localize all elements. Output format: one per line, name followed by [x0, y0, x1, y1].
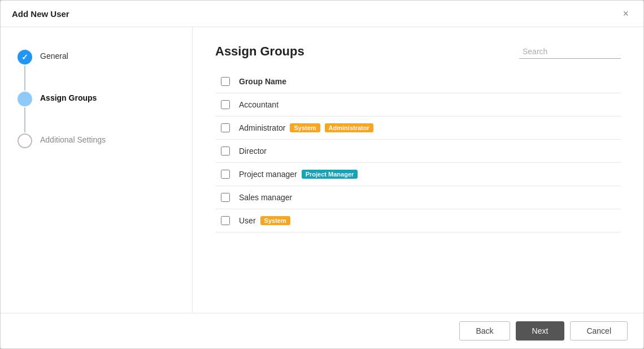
step-general-left: ✓ [18, 50, 32, 92]
step-additional-label: Additional Settings [40, 133, 106, 144]
sidebar: ✓ General Assign Groups [1, 27, 193, 313]
group-name-user: User [239, 216, 256, 225]
group-name-administrator: Administrator [239, 123, 285, 132]
checkbox-user[interactable] [221, 216, 230, 225]
row-label-director: Director [239, 147, 615, 156]
group-name-project-manager: Project manager [239, 170, 297, 179]
group-name-director: Director [239, 147, 267, 156]
step-assign-label: Assign Groups [40, 92, 97, 102]
step-connector-2 [24, 107, 25, 132]
group-name-header: Group Name [239, 77, 286, 86]
cancel-button[interactable]: Cancel [570, 321, 628, 341]
close-button[interactable]: × [619, 7, 632, 20]
badge-system-user: System [260, 216, 290, 225]
badge-administrator: Administrator [325, 123, 373, 132]
step-assign-circle [18, 92, 32, 106]
main-content: Assign Groups Group Name Accountant [193, 27, 643, 313]
checkmark-icon: ✓ [21, 53, 28, 62]
groups-table: Group Name Accountant Administrator Syst… [215, 70, 621, 301]
checkbox-project-manager[interactable] [221, 170, 230, 179]
step-assign-groups: Assign Groups [18, 92, 175, 133]
back-button[interactable]: Back [459, 321, 510, 341]
dialog-body: ✓ General Assign Groups [1, 27, 643, 313]
section-title: Assign Groups [215, 44, 304, 59]
table-header-row: Group Name [215, 70, 621, 93]
dialog-footer: Back Next Cancel [1, 313, 643, 348]
table-row: Director [215, 140, 621, 163]
step-additional-settings: Additional Settings [18, 133, 175, 148]
step-general: ✓ General [18, 50, 175, 92]
checkbox-sales-manager[interactable] [221, 193, 230, 202]
row-label-project-manager: Project manager Project Manager [239, 170, 615, 179]
table-row: Sales manager [215, 186, 621, 209]
row-label-sales-manager: Sales manager [239, 193, 615, 202]
step-additional-circle [18, 133, 32, 148]
step-assign-left [18, 92, 32, 133]
checkbox-accountant[interactable] [221, 100, 230, 109]
dialog-title: Add New User [12, 9, 69, 19]
step-general-circle: ✓ [18, 50, 32, 64]
group-name-sales-manager: Sales manager [239, 193, 292, 202]
checkbox-director[interactable] [221, 147, 230, 156]
table-row: Accountant [215, 93, 621, 117]
row-label-administrator: Administrator System Administrator [239, 123, 615, 132]
row-label-accountant: Accountant [239, 100, 615, 109]
table-row: User System [215, 209, 621, 232]
group-name-accountant: Accountant [239, 100, 279, 109]
row-label-user: User System [239, 216, 615, 225]
dialog-header: Add New User × [1, 1, 643, 27]
add-new-user-dialog: Add New User × ✓ General [0, 0, 644, 349]
search-input[interactable] [519, 45, 621, 59]
badge-system-administrator: System [290, 123, 320, 132]
step-connector-1 [24, 66, 25, 91]
table-row: Project manager Project Manager [215, 163, 621, 186]
content-header: Assign Groups [215, 44, 621, 59]
checkbox-administrator[interactable] [221, 123, 230, 132]
step-general-label: General [40, 50, 68, 61]
select-all-checkbox[interactable] [221, 77, 230, 86]
column-group-name: Group Name [239, 77, 615, 86]
table-row: Administrator System Administrator [215, 117, 621, 140]
badge-project-manager: Project Manager [302, 170, 358, 179]
next-button[interactable]: Next [516, 321, 565, 341]
step-additional-left [18, 133, 32, 148]
